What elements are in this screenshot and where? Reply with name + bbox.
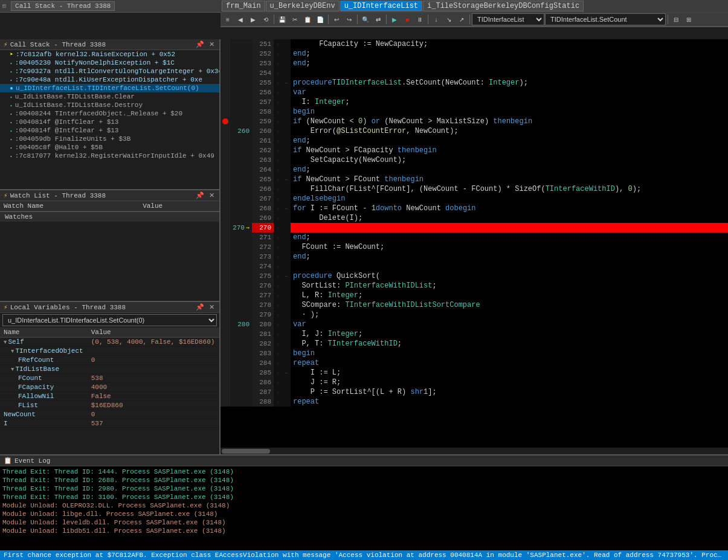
line-gutter[interactable] [221, 165, 230, 175]
line-fold[interactable] [282, 146, 291, 155]
line-gutter[interactable] [221, 126, 230, 136]
watch-pin-btn[interactable]: 📌 [195, 191, 205, 199]
line-fold[interactable] [282, 155, 291, 165]
tab-call-stack[interactable]: Call Stack - Thread 3388 [11, 1, 115, 11]
line-gutter[interactable] [221, 310, 230, 320]
line-fold[interactable]: − [282, 271, 291, 281]
toolbar-btn-10[interactable]: ↪ [343, 14, 355, 25]
line-gutter[interactable] [221, 252, 230, 262]
line-fold[interactable] [282, 349, 291, 358]
toolbar-btn-7[interactable]: 📋 [301, 14, 314, 25]
line-fold[interactable] [282, 329, 291, 339]
line-fold[interactable] [282, 213, 291, 223]
line-fold[interactable]: − [282, 78, 291, 88]
toolbar-btn-align2[interactable]: ⊞ [683, 14, 695, 25]
line-gutter[interactable] [221, 175, 230, 184]
line-gutter[interactable] [221, 368, 230, 378]
line-fold[interactable] [282, 358, 291, 368]
local-vars-close-btn[interactable]: ✕ [208, 303, 216, 311]
line-gutter[interactable] [221, 397, 230, 407]
call-stack-pin-btn[interactable]: 📌 [195, 40, 205, 48]
line-gutter[interactable] [221, 271, 230, 281]
line-fold[interactable] [282, 378, 291, 387]
line-gutter[interactable] [221, 281, 230, 291]
line-gutter[interactable] [221, 329, 230, 339]
line-fold[interactable] [282, 291, 291, 300]
line-gutter[interactable] [221, 358, 230, 368]
local-vars-table-container[interactable]: Name Value ▼Self(0, 538, 4000, False, $1… [0, 327, 219, 467]
line-fold[interactable] [282, 387, 291, 397]
vars-row[interactable]: I537 [0, 419, 219, 428]
toolbar-btn-12[interactable]: ⇄ [372, 14, 384, 25]
toolbar-btn-1[interactable]: ≡ [222, 14, 234, 25]
toolbar-btn-11[interactable]: 🔍 [359, 14, 372, 25]
tab-frm-main[interactable]: frm_Main [222, 1, 265, 11]
line-fold[interactable] [282, 233, 291, 242]
line-fold[interactable]: − [282, 204, 291, 213]
toolbar-btn-step2[interactable]: ↘ [443, 14, 455, 25]
call-stack-item-8[interactable]: • :0040814f @IntfClear + $13 [0, 118, 219, 126]
method-dropdown[interactable]: TIDInterfaceList.SetCount [545, 13, 666, 25]
local-vars-func-dropdown[interactable]: u_IDInterfaceList.TIDInterfaceList.SetCo… [2, 314, 217, 326]
toolbar-btn-3[interactable]: ▶ [247, 14, 259, 25]
line-fold[interactable] [282, 39, 291, 49]
line-gutter[interactable] [221, 117, 230, 126]
vars-row[interactable]: NewCount0 [0, 410, 219, 419]
line-gutter[interactable] [221, 49, 230, 59]
line-fold[interactable] [282, 252, 291, 262]
line-gutter[interactable] [221, 136, 230, 146]
expand-icon[interactable]: ▼ [11, 349, 14, 355]
toolbar-btn-pause[interactable]: ⏸ [414, 14, 426, 25]
call-stack-item-10[interactable]: • :004059db FinalizeUnits + $3B [0, 135, 219, 143]
call-stack-close-btn[interactable]: ✕ [208, 40, 216, 48]
line-gutter[interactable] [221, 59, 230, 68]
line-gutter[interactable] [221, 184, 230, 194]
line-fold[interactable] [282, 107, 291, 117]
vars-row[interactable]: FRefCount0 [0, 356, 219, 365]
line-fold[interactable] [282, 97, 291, 107]
line-fold[interactable] [282, 165, 291, 175]
line-fold[interactable] [282, 300, 291, 310]
line-fold[interactable] [282, 339, 291, 349]
call-stack-item-7[interactable]: • :00408244 TInterfacedObject._Release +… [0, 109, 219, 118]
call-stack-item-1[interactable]: • :00405230 NotifyNonDelphiException + $… [0, 59, 219, 67]
call-stack-item-4[interactable]: ● u_IDInterfaceList.TIDInterfaceList.Set… [0, 84, 219, 92]
class-dropdown[interactable]: TIDInterfaceList [472, 13, 544, 25]
line-fold[interactable] [282, 136, 291, 146]
line-fold[interactable] [282, 68, 291, 78]
expand-icon[interactable]: ▼ [4, 340, 7, 346]
line-fold[interactable] [282, 194, 291, 204]
vars-row[interactable]: ▼TInterfacedObject [0, 347, 219, 356]
line-fold[interactable] [282, 59, 291, 68]
line-gutter[interactable] [221, 146, 230, 155]
line-gutter[interactable] [221, 107, 230, 117]
toolbar-btn-5[interactable]: 💾 [276, 14, 288, 25]
call-stack-item-6[interactable]: • u_IdListBase.TIDListBase.Destroy [0, 101, 219, 109]
vars-row[interactable]: ▼Self(0, 538, 4000, False, $16ED860) [0, 338, 219, 347]
line-gutter[interactable] [221, 223, 230, 233]
line-gutter[interactable] [221, 97, 230, 107]
line-gutter[interactable] [221, 387, 230, 397]
call-stack-item-12[interactable]: • :7c817077 kernel32.RegisterWaitForInpu… [0, 152, 219, 160]
line-gutter[interactable] [221, 378, 230, 387]
toolbar-btn-2[interactable]: ◀ [234, 14, 246, 25]
toolbar-btn-step[interactable]: ↓ [430, 14, 442, 25]
line-fold[interactable] [282, 184, 291, 194]
line-fold[interactable] [282, 223, 291, 233]
line-gutter[interactable] [221, 300, 230, 310]
line-gutter[interactable] [221, 233, 230, 242]
toolbar-btn-run[interactable]: ▶ [388, 14, 401, 25]
line-fold[interactable] [282, 262, 291, 271]
line-gutter[interactable] [221, 39, 230, 49]
call-stack-item-0[interactable]: ➤ :7c812afb kernel32.RaiseException + 0x… [0, 50, 219, 59]
line-fold[interactable] [282, 49, 291, 59]
vars-row[interactable]: ▼TIdListBase [0, 365, 219, 374]
line-fold[interactable] [282, 320, 291, 329]
line-gutter[interactable] [221, 339, 230, 349]
line-fold[interactable] [282, 397, 291, 407]
line-fold[interactable] [282, 281, 291, 291]
line-gutter[interactable] [221, 242, 230, 252]
call-stack-item-9[interactable]: • :0040814f @IntfClear + $13 [0, 126, 219, 135]
line-gutter[interactable] [221, 68, 230, 78]
tab-tile[interactable]: i_TileStorageBerkeleyDBConfigStatic [423, 1, 584, 11]
